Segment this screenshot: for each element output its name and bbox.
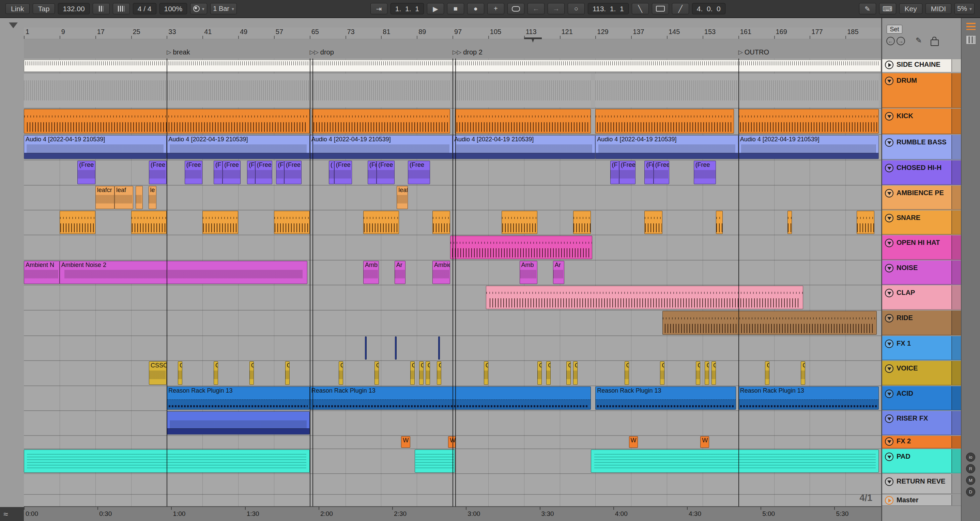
unfold-track-icon[interactable] <box>885 164 893 172</box>
capture-midi-button[interactable] <box>508 3 524 14</box>
toolbar-right-group: ✎ ⌨ Key MIDI 5%▾ <box>859 3 975 14</box>
track-header-return-reve[interactable]: RETURN REVE <box>882 474 961 494</box>
computer-midi-keyboard-icon[interactable]: ⌨ <box>879 3 896 14</box>
locator-flag-drop[interactable]: ▷▷drop <box>310 48 334 56</box>
fold-arrow-icon[interactable] <box>9 22 18 28</box>
draw-mode-button[interactable]: ○ <box>568 3 585 14</box>
triangle-icon <box>887 392 891 396</box>
unfold-track-icon[interactable] <box>885 112 893 121</box>
midi-map-button[interactable]: MIDI <box>926 3 951 14</box>
unfold-track-icon[interactable] <box>885 453 893 461</box>
track-header-open-hi-hat[interactable]: OPEN HI HAT <box>882 235 961 260</box>
cpu-meter[interactable]: 5%▾ <box>955 3 975 14</box>
locator-flag-outro[interactable]: ▷OUTRO <box>738 48 769 56</box>
track-header-kick[interactable]: KICK <box>882 109 961 134</box>
panel-toggle-io[interactable]: io <box>966 453 975 462</box>
bar-number-1: 1 <box>24 28 29 36</box>
play-button[interactable]: ▶ <box>427 3 444 14</box>
quantization-menu[interactable]: 1 Bar▾ <box>210 3 237 14</box>
arrangement-position-field[interactable]: 1. 1. 1 <box>390 3 424 14</box>
stop-button[interactable]: ■ <box>447 3 464 14</box>
track-header-snare[interactable]: SNARE <box>882 210 961 235</box>
track-header-noise[interactable]: NOISE <box>882 260 961 285</box>
unfold-track-icon[interactable] <box>885 138 893 147</box>
unfold-track-icon[interactable] <box>885 189 893 197</box>
panel-toggle-d[interactable]: D <box>966 487 975 497</box>
forward-arrow-button[interactable]: → <box>547 3 565 14</box>
locator-flag-break[interactable]: ▷break <box>167 48 190 56</box>
bar-number-25: 25 <box>131 28 140 36</box>
panel-toggle-m[interactable]: M <box>966 476 975 485</box>
unfold-track-icon[interactable] <box>885 214 893 222</box>
unfold-track-icon[interactable] <box>885 415 893 423</box>
track-header-pad[interactable]: PAD <box>882 449 961 473</box>
nudge-down-button[interactable] <box>93 3 110 14</box>
groove-amount-field[interactable]: 100% <box>159 3 188 14</box>
arrangement-loop-brace[interactable] <box>524 37 542 43</box>
locator-label: OUTRO <box>745 48 769 56</box>
locator-strip[interactable]: ▷break▷▷drop▷▷drop 2▷OUTRO <box>24 39 881 59</box>
track-header-riser-fx[interactable]: RISER FX <box>882 411 961 435</box>
track-header-fx-2[interactable]: FX 2 <box>882 436 961 448</box>
loop-switch-button[interactable] <box>652 3 669 14</box>
locator-flag-drop-2[interactable]: ▷▷drop 2 <box>452 48 482 56</box>
unfold-track-icon[interactable] <box>885 264 893 272</box>
next-locator-button[interactable]: → <box>897 37 905 45</box>
unfold-track-icon[interactable] <box>885 76 893 85</box>
quantization-value: 1 Bar <box>213 5 229 13</box>
track-header-voice[interactable]: VOICE <box>882 361 961 386</box>
punch-out-button[interactable]: ╱ <box>672 3 689 14</box>
mixer-view-toggle-icon[interactable] <box>966 36 975 44</box>
time-ruler[interactable]: 0:000:301:001:302:002:303:003:304:004:30… <box>24 506 881 521</box>
bar-number-49: 49 <box>238 28 247 36</box>
locator-line <box>452 59 453 507</box>
time-label-2-30: 2:30 <box>392 510 407 518</box>
bar-tick <box>167 36 167 39</box>
track-header-rumble-bass[interactable]: RUMBLE BASS <box>882 135 961 160</box>
unfold-track-icon[interactable] <box>885 389 893 398</box>
track-header-clap[interactable]: CLAP <box>882 285 961 310</box>
pencil-icon[interactable]: ✎ <box>859 3 876 14</box>
unfold-track-icon[interactable] <box>885 477 893 486</box>
panel-toggle-r[interactable]: R <box>966 464 975 473</box>
unfold-track-icon[interactable] <box>885 364 893 373</box>
track-header-side-chaine[interactable]: SIDE CHAINE <box>882 59 961 73</box>
beat-time-ruler[interactable]: 1917253341495765738189971051131211291371… <box>24 28 881 39</box>
unfold-track-icon[interactable] <box>885 239 893 247</box>
draw-pencil-icon[interactable]: ✎ <box>916 36 922 45</box>
automation-arm-button[interactable]: + <box>487 3 504 14</box>
metronome-button[interactable]: ▾ <box>190 3 207 14</box>
track-header-chosed-hi-h[interactable]: CHOSED HI-H <box>882 160 961 185</box>
unfold-track-icon[interactable] <box>885 60 893 69</box>
time-tick <box>318 507 319 510</box>
time-label-2-00: 2:00 <box>318 510 333 518</box>
tempo-field[interactable]: 132.00 <box>58 3 89 14</box>
nudge-up-button[interactable] <box>113 3 130 14</box>
unfold-track-icon[interactable] <box>885 496 893 505</box>
punch-in-button[interactable]: ╲ <box>632 3 649 14</box>
loop-start-field[interactable]: 113. 1. 1 <box>588 3 629 14</box>
wave-zoom-icon[interactable]: ≈ <box>3 510 8 519</box>
key-map-button[interactable]: Key <box>899 3 923 14</box>
follow-button[interactable]: ⇥ <box>371 3 387 14</box>
unfold-track-icon[interactable] <box>885 314 893 322</box>
set-locator-button[interactable]: Set <box>887 25 902 34</box>
track-header-ride[interactable]: RIDE <box>882 311 961 335</box>
hamburger-menu-icon[interactable] <box>966 23 975 30</box>
record-button[interactable]: ● <box>467 3 484 14</box>
track-header-master[interactable]: Master <box>882 495 961 506</box>
link-button[interactable]: Link <box>5 3 30 14</box>
unfold-track-icon[interactable] <box>885 437 893 446</box>
track-header-acid[interactable]: ACID <box>882 386 961 410</box>
previous-locator-button[interactable]: ← <box>886 37 895 45</box>
unfold-track-icon[interactable] <box>885 340 893 348</box>
unfold-track-icon[interactable] <box>885 289 893 297</box>
time-signature-field[interactable]: 4 / 4 <box>133 3 156 14</box>
tap-tempo-button[interactable]: Tap <box>33 3 55 14</box>
track-header-fx-1[interactable]: FX 1 <box>882 336 961 360</box>
lock-envelopes-icon[interactable] <box>931 40 939 46</box>
loop-length-field[interactable]: 4. 0. 0 <box>692 3 725 14</box>
track-header-drum[interactable]: DRUM <box>882 73 961 108</box>
track-header-ambience-pe[interactable]: AMBIENCE PE <box>882 186 961 210</box>
back-arrow-button[interactable]: ← <box>528 3 544 14</box>
